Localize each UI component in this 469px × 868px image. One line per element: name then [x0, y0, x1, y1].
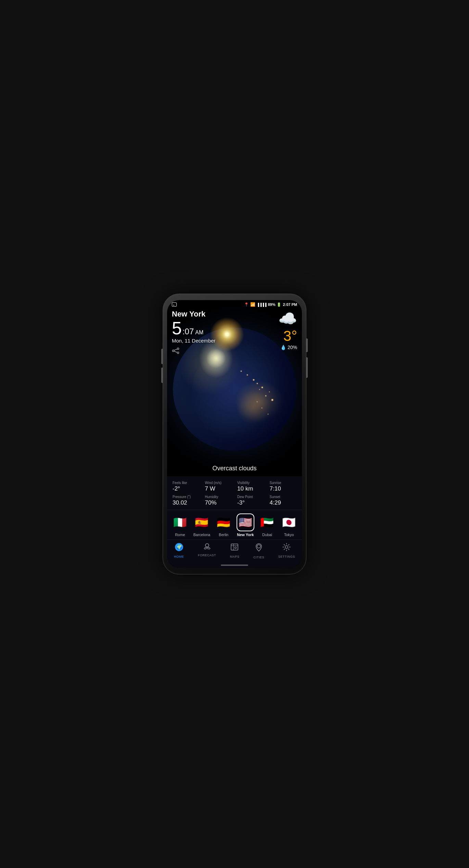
city-light: [262, 408, 262, 408]
city-light: [257, 383, 258, 384]
nav-label-cities: CITIES: [253, 556, 264, 559]
city-shortcut-dubai[interactable]: 🇦🇪 Dubai: [258, 513, 276, 537]
time-hour: 5: [172, 319, 182, 337]
colon: :: [182, 327, 185, 336]
detail-value: 7 W: [205, 485, 215, 492]
nav-label-home: HOME: [174, 555, 184, 558]
detail-label: Feels like: [173, 481, 187, 485]
city-name-label: Dubai: [262, 533, 272, 537]
phone-frame: 📍 📶 ▐▐▐▐ 89% 🔋 2:07 PM: [163, 294, 306, 574]
city-shortcut-new-york[interactable]: 🇺🇸 New York: [237, 513, 254, 537]
city-shortcut-berlin[interactable]: 🇩🇪 Berlin: [215, 513, 232, 537]
detail-label: Dew Point: [237, 495, 253, 499]
city-shortcuts: 🇮🇹 Rome 🇪🇸 Barcelona 🇩🇪 Berlin 🇺🇸 New Yo…: [167, 510, 302, 540]
city-light: [262, 387, 263, 388]
city-shortcut-tokyo[interactable]: 🇯🇵 Tokyo: [280, 513, 298, 537]
nav-item-home[interactable]: 🌍 HOME: [174, 543, 184, 559]
city-name-label: Tokyo: [284, 533, 294, 537]
vol-up-button[interactable]: [161, 349, 163, 364]
detail-label: Pressure ("): [173, 495, 191, 499]
nav-item-settings[interactable]: SETTINGS: [278, 543, 295, 559]
time-ampm: AM: [195, 330, 203, 336]
detail-item: Dew Point -3°: [235, 495, 266, 506]
detail-item: Pressure (") 30.02: [170, 495, 202, 506]
nav-item-cities[interactable]: CITIES: [253, 543, 264, 559]
city-light: [247, 374, 248, 375]
weather-background[interactable]: New York 5 :07 AM Mon, 11 December: [167, 300, 302, 476]
detail-item: Visibility 10 km: [235, 481, 266, 492]
city-shortcut-rome[interactable]: 🇮🇹 Rome: [171, 513, 189, 537]
svg-point-0: [177, 348, 179, 350]
nav-item-forecast[interactable]: FORECAST: [198, 543, 216, 559]
svg-point-9: [235, 547, 237, 549]
city-flag: 🇪🇸: [193, 513, 211, 531]
detail-value: 10 km: [237, 485, 253, 492]
detail-value: -2°: [173, 485, 180, 492]
svg-line-3: [174, 349, 177, 350]
city-name-label: New York: [237, 533, 254, 537]
rain-drop-icon: 💧: [280, 345, 286, 350]
detail-label: Sunset: [270, 495, 280, 499]
weather-top-right: ☁️ 3° 💧 20%: [278, 310, 297, 350]
detail-label: Wind (m/s): [205, 481, 221, 485]
city-flag: 🇯🇵: [280, 513, 298, 531]
detail-item: Humidity 70%: [203, 495, 234, 506]
detail-item: Sunset 4:29: [268, 495, 299, 506]
city-light: [253, 379, 254, 381]
svg-rect-8: [231, 544, 238, 550]
city-light: [265, 395, 266, 396]
city-light: [271, 399, 273, 401]
nav-icon-cities: [254, 543, 263, 554]
detail-label: Humidity: [205, 495, 218, 499]
detail-value: 70%: [205, 499, 217, 506]
svg-text:🌍: 🌍: [176, 544, 182, 550]
svg-line-4: [174, 351, 177, 352]
detail-item: Sunrise 7:10: [268, 481, 299, 492]
condition-text: Overcast clouds: [167, 465, 302, 476]
city-name-label: Berlin: [219, 533, 228, 537]
bottom-nav: 🌍 HOME FORECAST MAPS CITIES SETTINGS: [167, 540, 302, 563]
city-light: [257, 401, 257, 402]
svg-point-2: [173, 350, 174, 352]
time-minutes: :07: [182, 327, 194, 336]
city-flag: 🇦🇪: [258, 513, 276, 531]
city-light: [269, 392, 270, 392]
nav-label-maps: MAPS: [230, 555, 240, 558]
nav-icon-settings: [282, 543, 291, 554]
nav-item-maps[interactable]: MAPS: [230, 543, 240, 559]
vol-down-button[interactable]: [161, 368, 163, 383]
precipitation-value: 20%: [288, 345, 297, 350]
home-indicator-area: [167, 563, 302, 568]
detail-value: 7:10: [270, 485, 281, 492]
detail-item: Wind (m/s) 7 W: [203, 481, 234, 492]
detail-value: -3°: [237, 499, 245, 506]
svg-point-11: [285, 546, 288, 548]
city-shortcut-barcelona[interactable]: 🇪🇸 Barcelona: [193, 513, 211, 537]
city-light: [259, 389, 260, 390]
nav-icon-home: 🌍: [175, 543, 183, 554]
svg-point-1: [177, 352, 179, 354]
temperature-main: 3°: [283, 329, 297, 343]
nav-icon-maps: [230, 543, 239, 554]
city-name-label: Barcelona: [193, 533, 211, 537]
weather-details: Feels like -2°Wind (m/s) 7 WVisibility 1…: [167, 476, 302, 510]
nav-label-forecast: FORECAST: [198, 554, 216, 557]
city-light: [241, 371, 242, 372]
nav-icon-forecast: [203, 543, 212, 552]
city-flag: 🇮🇹: [171, 513, 189, 531]
city-light: [268, 414, 268, 414]
svg-point-10: [257, 545, 261, 548]
city-flag: 🇩🇪: [215, 513, 232, 531]
detail-value: 30.02: [173, 499, 187, 506]
nav-label-settings: SETTINGS: [278, 555, 295, 558]
svg-point-7: [205, 544, 209, 547]
detail-label: Visibility: [237, 481, 250, 485]
phone-screen: 📍 📶 ▐▐▐▐ 89% 🔋 2:07 PM: [167, 300, 302, 568]
detail-label: Sunrise: [270, 481, 281, 485]
cloud-icon: ☁️: [278, 310, 297, 327]
detail-item: Feels like -2°: [170, 481, 202, 492]
detail-value: 4:29: [270, 499, 281, 506]
city-name-label: Rome: [175, 533, 185, 537]
precipitation-info: 💧 20%: [280, 345, 297, 350]
home-bar: [221, 565, 248, 566]
